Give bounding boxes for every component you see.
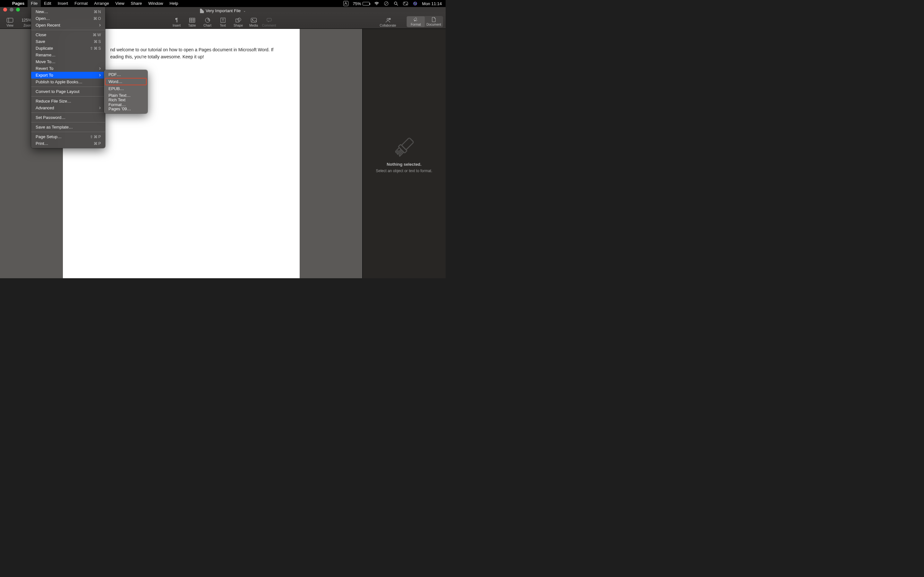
svg-point-2 — [394, 2, 397, 5]
file-menu-item[interactable]: Duplicate⇧ ⌘ S — [31, 45, 105, 52]
menu-separator — [31, 113, 105, 113]
spotlight-icon[interactable] — [393, 1, 399, 6]
inspector-tab-document[interactable]: Document — [425, 16, 443, 27]
menu-item-label: Open… — [36, 16, 50, 21]
menu-item-label: Word… — [108, 79, 123, 84]
svg-rect-23 — [267, 18, 271, 21]
file-menu-item[interactable]: Move To… — [31, 58, 105, 65]
siri-icon[interactable] — [413, 1, 418, 6]
file-menu-item[interactable]: Set Password… — [31, 114, 105, 121]
toolbar-shape-button[interactable]: Shape — [231, 17, 246, 27]
toolbar-media-button[interactable]: Media — [246, 17, 261, 27]
file-menu-item[interactable]: Close⌘ W — [31, 31, 105, 38]
toolbar-chart-button[interactable]: Chart — [200, 17, 215, 27]
document-icon — [200, 9, 204, 13]
file-menu-item[interactable]: Advanced — [31, 105, 105, 111]
chevron-right-icon — [99, 105, 101, 110]
menubar-item-arrange[interactable]: Arrange — [91, 0, 112, 7]
menu-item-label: Set Password… — [36, 115, 65, 120]
file-menu-item[interactable]: Save as Template… — [31, 124, 105, 131]
svg-point-5 — [404, 3, 405, 3]
toolbar-table-button[interactable]: Table — [185, 17, 200, 27]
document-title-text: Very Important File — [206, 8, 241, 13]
file-menu-item[interactable]: Convert to Page Layout — [31, 88, 105, 95]
export-submenu-item[interactable]: PDF… — [104, 71, 148, 78]
file-menu-item[interactable]: Save⌘ S — [31, 38, 105, 45]
menubar-item-view[interactable]: View — [112, 0, 128, 7]
menubar-app-name[interactable]: Pages — [9, 0, 27, 7]
menu-item-label: Rich Text Format… — [108, 97, 143, 107]
svg-text:T: T — [222, 19, 224, 22]
shape-icon — [236, 17, 241, 23]
menubar-item-help[interactable]: Help — [166, 0, 182, 7]
file-menu-item[interactable]: Rename… — [31, 52, 105, 58]
battery-status[interactable]: 75% — [353, 1, 370, 6]
menu-item-label: Move To… — [36, 59, 55, 64]
inspector-empty-title: Nothing selected. — [387, 162, 421, 167]
menu-item-label: PDF… — [108, 72, 121, 77]
media-icon — [251, 17, 257, 23]
menu-item-label: EPUB… — [108, 86, 124, 91]
window-close-button[interactable] — [3, 8, 7, 11]
document-icon — [432, 17, 436, 23]
toolbar-collaborate-button[interactable]: Collaborate — [378, 17, 397, 27]
file-menu-item[interactable]: Print…⌘ P — [31, 140, 105, 147]
inspector-tab-document-label: Document — [426, 23, 441, 26]
menubar-item-insert[interactable]: Insert — [55, 0, 71, 7]
pilcrow-icon: ¶ — [175, 17, 178, 23]
export-submenu-item[interactable]: Word… — [105, 78, 146, 85]
file-menu-item[interactable]: Export To — [31, 72, 105, 79]
file-menu-item[interactable]: Open…⌘ O — [31, 15, 105, 22]
menu-item-label: Rename… — [36, 53, 55, 57]
text-icon: T — [220, 17, 226, 23]
export-submenu-item[interactable]: Rich Text Format… — [104, 99, 148, 105]
sidebar-icon — [7, 17, 13, 23]
window-traffic-lights — [3, 8, 20, 11]
menu-item-label: Revert To — [36, 66, 53, 71]
brush-icon — [413, 17, 418, 23]
toolbar-insert-button[interactable]: ¶ Insert — [170, 17, 184, 27]
menu-item-label: Close — [36, 32, 46, 37]
chart-icon — [205, 17, 210, 23]
input-source-icon[interactable]: A — [343, 1, 349, 6]
menu-separator — [31, 87, 105, 87]
export-submenu-item[interactable]: EPUB… — [104, 85, 148, 92]
file-menu-item[interactable]: Reduce File Size… — [31, 98, 105, 105]
document-title[interactable]: Very Important File ⌄ — [200, 8, 246, 13]
file-menu-item[interactable]: Revert To — [31, 65, 105, 72]
app-menu: Pages File Edit Insert Format Arrange Vi… — [9, 0, 181, 7]
menubar-item-edit[interactable]: Edit — [41, 0, 54, 7]
table-icon — [189, 17, 195, 23]
toolbar-view-button[interactable]: View — [3, 17, 17, 27]
do-not-disturb-icon[interactable] — [384, 1, 389, 6]
battery-percent-label: 75% — [353, 1, 361, 6]
inspector-tab-format[interactable]: Format — [407, 16, 425, 27]
control-center-icon[interactable] — [403, 1, 408, 6]
toolbar-table-label: Table — [188, 24, 196, 27]
menubar-item-window[interactable]: Window — [145, 0, 166, 7]
menu-item-label: Open Recent — [36, 23, 60, 27]
toolbar-text-button[interactable]: T Text — [216, 17, 230, 27]
menubar-item-file[interactable]: File — [27, 0, 41, 7]
menu-item-label: Export To — [36, 73, 53, 77]
toolbar-shape-label: Shape — [234, 24, 243, 27]
svg-rect-9 — [7, 18, 13, 23]
menu-item-label: Reduce File Size… — [36, 99, 71, 103]
window-zoom-button[interactable] — [16, 8, 20, 11]
file-menu-item[interactable]: Open Recent — [31, 22, 105, 29]
menu-separator — [31, 30, 105, 30]
menu-item-shortcut: ⌘ O — [94, 16, 101, 21]
menubar-clock[interactable]: Mon 11:14 — [422, 1, 442, 6]
menubar-item-share[interactable]: Share — [128, 0, 145, 7]
file-menu-item[interactable]: Page Setup…⇧ ⌘ P — [31, 133, 105, 140]
svg-rect-19 — [236, 19, 239, 22]
window-minimize-button[interactable] — [10, 8, 13, 11]
svg-line-3 — [397, 4, 398, 5]
file-menu-item[interactable]: Publish to Apple Books… — [31, 79, 105, 85]
wifi-icon[interactable] — [374, 1, 379, 6]
svg-point-22 — [252, 19, 253, 20]
inspector-placeholder-icon — [391, 134, 417, 160]
file-menu-dropdown: New…⌘ NOpen…⌘ OOpen RecentClose⌘ WSave⌘ … — [31, 7, 105, 148]
file-menu-item[interactable]: New…⌘ N — [31, 8, 105, 15]
menubar-item-format[interactable]: Format — [71, 0, 91, 7]
